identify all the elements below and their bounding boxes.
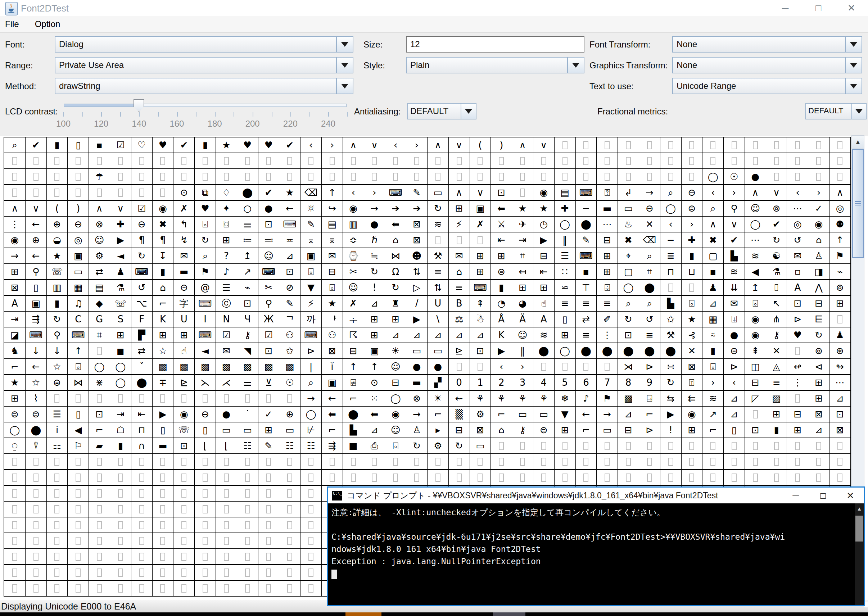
glyph-cell: ⋯ bbox=[745, 233, 766, 248]
console-scrollbar-thumb[interactable] bbox=[855, 515, 863, 542]
glyph-cell bbox=[491, 438, 512, 454]
console-line: 注意:詳細は、 -Xlint:uncheckedオプションを指定して再コンパイル… bbox=[332, 506, 853, 519]
glyph-cell bbox=[533, 438, 555, 454]
graphics-transform-dropdown-button[interactable] bbox=[845, 58, 862, 73]
method-dropdown-button[interactable] bbox=[336, 79, 353, 94]
lcd-contrast-slider-track[interactable] bbox=[64, 104, 346, 107]
glyph-cell: ★ bbox=[512, 201, 533, 217]
glyph-cell bbox=[787, 438, 808, 454]
missing-glyph-box bbox=[54, 505, 60, 514]
missing-glyph-box bbox=[97, 489, 102, 498]
glyph-cell: ▶ bbox=[660, 407, 682, 423]
antialiasing-dropdown-button[interactable] bbox=[461, 104, 476, 119]
glyph-cell: ▶ bbox=[110, 233, 131, 248]
range-combobox[interactable]: Private Use Area bbox=[55, 57, 354, 74]
glyph-cell: ⌂ bbox=[385, 233, 406, 248]
glyph-cell: ⊿ bbox=[279, 248, 300, 264]
glyph-cell bbox=[195, 470, 216, 486]
antialiasing-combobox[interactable]: DEFAULT bbox=[407, 103, 476, 119]
missing-glyph-box bbox=[774, 141, 779, 149]
missing-glyph-box bbox=[97, 521, 102, 529]
glyph-cell: ◯ bbox=[745, 217, 766, 233]
missing-glyph-box bbox=[118, 569, 123, 577]
style-combobox[interactable]: Plain bbox=[406, 57, 585, 74]
glyph-cell: ✚ bbox=[682, 233, 703, 248]
glyph-cell bbox=[131, 549, 153, 565]
lcd-contrast-slider-thumb[interactable] bbox=[134, 99, 144, 112]
size-input[interactable]: 12 bbox=[406, 36, 585, 52]
glyph-cell: ⊞ bbox=[4, 264, 25, 280]
missing-glyph-box bbox=[795, 473, 800, 482]
method-combobox[interactable]: drawString bbox=[55, 78, 354, 94]
menu-option[interactable]: Option bbox=[27, 19, 68, 29]
glyph-cell: ✖ bbox=[153, 217, 174, 233]
glyph-cell: ⊡ bbox=[173, 438, 195, 454]
glyph-cell: ⊿ bbox=[470, 327, 491, 343]
glyph-cell: ⊞ bbox=[470, 264, 491, 280]
font-dropdown-button[interactable] bbox=[336, 37, 353, 52]
missing-glyph-box bbox=[118, 394, 123, 402]
font-combobox[interactable]: Dialog bbox=[55, 36, 354, 52]
font-transform-combobox[interactable]: None bbox=[672, 36, 862, 52]
glyph-cell: ✕ bbox=[639, 217, 660, 233]
glyph-cell: ▭ bbox=[597, 423, 618, 438]
console-scrollbar[interactable]: ▲ bbox=[855, 503, 864, 605]
font-transform-dropdown-button[interactable] bbox=[845, 37, 862, 52]
glyph-cell: › bbox=[512, 359, 533, 375]
glyph-cell: ⌊ bbox=[195, 438, 216, 454]
glyph-cell: i bbox=[47, 423, 68, 438]
console-titlebar[interactable]: C:\_ コマンド プロンプト - ¥¥VBOXSVR¥shared¥java¥… bbox=[328, 487, 864, 503]
glyph-cell: ⊤ bbox=[576, 280, 597, 296]
text-to-use-dropdown-button[interactable] bbox=[845, 79, 862, 94]
grid-scrollbar-thumb[interactable] bbox=[852, 149, 864, 258]
glyph-cell: ⊞ bbox=[682, 423, 703, 438]
console-scroll-up-arrow-icon[interactable]: ▲ bbox=[855, 503, 864, 514]
glyph-cell bbox=[258, 549, 280, 565]
glyph-cell bbox=[576, 470, 597, 486]
missing-glyph-box bbox=[12, 489, 17, 498]
glyph-cell: ≡ bbox=[449, 280, 470, 296]
text-to-use-combobox[interactable]: Unicode Range bbox=[672, 78, 862, 94]
glyph-cell: ⊿ bbox=[364, 423, 385, 438]
glyph-cell: ⊿ bbox=[830, 391, 851, 407]
glyph-cell bbox=[131, 169, 153, 185]
maximize-icon[interactable]: □ bbox=[802, 0, 835, 16]
close-icon[interactable]: ✕ bbox=[835, 0, 868, 16]
console-output[interactable]: 注意:詳細は、 -Xlint:uncheckedオプションを指定して再コンパイル… bbox=[328, 503, 864, 605]
minimize-icon[interactable]: ─ bbox=[769, 0, 802, 16]
fractional-metrics-dropdown-button[interactable] bbox=[851, 104, 866, 119]
glyph-cell: ⚷ bbox=[237, 327, 258, 343]
glyph-cell bbox=[597, 169, 618, 185]
missing-glyph-box bbox=[689, 473, 694, 482]
glyph-cell: ⇤ bbox=[131, 407, 153, 423]
glyph-cell: ♥ bbox=[237, 137, 258, 153]
glyph-cell bbox=[131, 501, 153, 517]
glyph-cell bbox=[258, 517, 280, 533]
console-maximize-icon[interactable]: □ bbox=[809, 487, 837, 503]
glyph-cell: ⌻ bbox=[68, 359, 89, 375]
graphics-transform-combobox[interactable]: None bbox=[672, 57, 862, 74]
glyph-cell bbox=[173, 549, 195, 565]
glyph-cell bbox=[682, 280, 703, 296]
console-close-icon[interactable]: ✕ bbox=[837, 487, 864, 503]
glyph-cell bbox=[830, 470, 851, 486]
missing-glyph-box bbox=[478, 157, 483, 165]
menu-file[interactable]: File bbox=[0, 19, 27, 29]
glyph-cell: ⚐ bbox=[68, 438, 89, 454]
missing-glyph-box bbox=[520, 458, 525, 466]
missing-glyph-box bbox=[414, 157, 419, 165]
console-minimize-icon[interactable]: ─ bbox=[782, 487, 809, 503]
glyph-cell: ⊔ bbox=[682, 264, 703, 280]
glyph-cell: ☏ bbox=[173, 423, 195, 438]
glyph-cell: ♙ bbox=[406, 423, 428, 438]
fractional-metrics-combobox[interactable]: DEFAULT bbox=[805, 103, 866, 119]
style-dropdown-button[interactable] bbox=[567, 58, 584, 73]
glyph-cell: ◯ bbox=[300, 407, 322, 423]
missing-glyph-box bbox=[33, 569, 38, 577]
glyph-cell bbox=[300, 581, 322, 597]
missing-glyph-box bbox=[139, 489, 144, 498]
range-dropdown-button[interactable] bbox=[336, 58, 353, 73]
glyph-cell: ⬤ bbox=[660, 343, 682, 359]
scroll-up-arrow-icon[interactable]: ▲ bbox=[852, 136, 864, 149]
missing-glyph-box bbox=[181, 489, 186, 498]
